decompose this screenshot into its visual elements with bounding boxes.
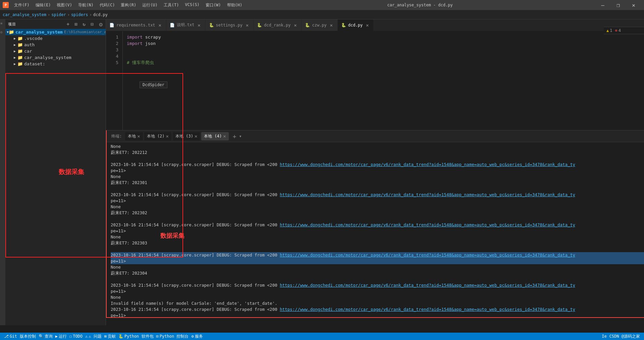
tab-dcd[interactable]: 🐍 dcd.py ✕ <box>338 19 374 31</box>
sidebar-settings-icon[interactable]: ⚙ <box>99 21 103 28</box>
statusbar-csdn-label: CSDN @源码之家 <box>609 334 640 339</box>
statusbar-service[interactable]: ⚙ 服务 <box>190 334 204 339</box>
code-line-5: # 懂车帝爬虫 <box>127 59 640 66</box>
sidebar-refresh-icon[interactable]: ↻ <box>81 21 88 27</box>
tab-close-settings[interactable]: ✕ <box>245 22 250 28</box>
run-icon: ▶ <box>55 334 58 339</box>
terminal-line-29: pe=11> <box>111 313 644 317</box>
sidebar: 项目 + ⊞ ↻ ⊟ ⚙ ▼ 📁 car_analyse_system E:\0… <box>5 19 106 325</box>
terminal-tab-local1-close[interactable]: ✕ <box>137 133 140 139</box>
minimize-button[interactable]: — <box>595 0 610 10</box>
statusbar-git[interactable]: ⎇ Git <box>3 334 18 339</box>
activity-icon-0[interactable]: ≡ <box>0 21 5 26</box>
terminal-tab-local2-close[interactable]: ✕ <box>166 133 169 139</box>
menu-tools[interactable]: 工具(T) <box>161 2 182 9</box>
terminal-tab-local3-close[interactable]: ✕ <box>195 133 197 139</box>
tab-close-dcd[interactable]: ✕ <box>365 22 370 28</box>
terminal-tab-local4[interactable]: 本地 (4) ✕ <box>201 132 228 140</box>
terminal-tab-local1[interactable]: 本地 ✕ <box>125 132 143 140</box>
tab-dcd-rank[interactable]: 🐍 dcd_rank.py ✕ <box>254 19 302 31</box>
terminal-link-6[interactable]: https://www.dongchedi.com/motor/car_page… <box>280 307 575 312</box>
menu-run[interactable]: 运行(U) <box>140 2 160 9</box>
menu-vcs[interactable]: VCS(S) <box>182 2 202 9</box>
error-count[interactable]: ⊗ 4 <box>615 28 621 33</box>
terminal-label: 终端: <box>109 132 124 140</box>
statusbar-version-control[interactable]: 版本控制 <box>18 334 37 339</box>
sidebar-item-car[interactable]: ▶ 📁 car <box>5 48 106 54</box>
sidebar-item-vscode[interactable]: ▶ 📁 .vscode <box>5 35 106 42</box>
function-tooltip-text: DcdSpider <box>143 82 164 87</box>
terminal-link-2[interactable]: https://www.dongchedi.com/motor/car_page… <box>280 192 575 197</box>
code-editor[interactable]: 1 2 3 4 5 import scrapy import json # 懂车… <box>106 31 644 137</box>
terminal-link-1[interactable]: https://www.dongchedi.com/motor/car_page… <box>280 162 575 167</box>
breadcrumb-item-2[interactable]: spiders <box>71 12 88 17</box>
breadcrumb-item-3[interactable]: dcd.py <box>93 12 108 17</box>
terminal-line-28: 2023-10-16 21:54:54 [scrapy.core.scraper… <box>111 306 644 313</box>
maximize-button[interactable]: ❐ <box>610 0 626 10</box>
close-button[interactable]: ✕ <box>626 0 641 10</box>
breadcrumb-item-1[interactable]: spider <box>51 12 66 17</box>
statusbar-todo[interactable]: ☐ TODO <box>68 334 84 339</box>
terminal-dropdown-icon[interactable]: ▾ <box>239 133 242 139</box>
terminal-tab-local3[interactable]: 本地 (3) ✕ <box>173 132 200 140</box>
terminal-line-8 <box>111 186 644 192</box>
menu-navigate[interactable]: 导航(N) <box>75 2 96 9</box>
tab-requirements[interactable]: 📄 requirements.txt ✕ <box>106 19 166 31</box>
error-number: 4 <box>619 28 621 33</box>
warning-icon: ▲ <box>606 28 609 33</box>
statusbar-vc-label: 版本控制 <box>20 334 36 339</box>
sidebar-header: 项目 + ⊞ ↻ ⊟ ⚙ <box>5 19 106 29</box>
code-content[interactable]: import scrapy import json # 懂车帝爬虫 <box>123 31 644 137</box>
tab-settings[interactable]: 🐍 settings.py ✕ <box>206 19 254 31</box>
terminal-add-button[interactable]: + <box>231 133 238 140</box>
activity-icon-1[interactable]: ◎ <box>0 30 5 35</box>
breadcrumb-item-0[interactable]: car_analyse_system <box>3 12 46 17</box>
sidebar-item-car-analyse[interactable]: ▶ 📁 car_analyse_system <box>5 54 106 61</box>
statusbar-python-console[interactable]: ⊡ Python 控制台 <box>155 334 190 339</box>
statusbar-ie[interactable]: Ie <box>600 334 608 339</box>
problems-icon: ⚠ <box>85 334 88 339</box>
tab-desc[interactable]: 📄 说明.txt ✕ <box>166 19 206 31</box>
statusbar-run[interactable]: ▶ 运行 <box>54 334 68 339</box>
terminal-tabs: 终端: 本地 ✕ 本地 (2) ✕ 本地 (3) ✕ 本地 (4) ✕ + <box>107 130 644 142</box>
menu-window[interactable]: 窗口(W) <box>203 2 224 9</box>
terminal-tab-local4-close[interactable]: ✕ <box>223 133 226 139</box>
menu-file[interactable]: 文件(F) <box>11 2 32 9</box>
menu-refactor[interactable]: 重构(R) <box>118 2 139 9</box>
terminal-line-3 <box>111 156 644 162</box>
tab-close-dcd-rank[interactable]: ✕ <box>292 22 298 28</box>
sidebar-item-car-analyse-label: car_analyse_system <box>24 55 71 60</box>
tab-close-requirements[interactable]: ✕ <box>157 22 163 28</box>
sidebar-collapse-icon[interactable]: ⊟ <box>89 21 96 27</box>
sidebar-item-auth[interactable]: ▶ 📁 auth <box>5 42 106 48</box>
terminal-link-5[interactable]: https://www.dongchedi.com/motor/car_page… <box>280 283 575 288</box>
terminal-link-4[interactable]: https://www.dongchedi.com/motor/car_page… <box>280 252 575 258</box>
menu-edit[interactable]: 编辑(E) <box>33 2 54 9</box>
sidebar-item-dataset[interactable]: ▶ 📁 dataset: <box>5 61 106 67</box>
status-bar: ⎇ Git 版本控制 🔍 查询 ▶ 运行 ☐ TODO ⚠ ⚠ 问题 ⊞ 贡献 … <box>0 333 644 340</box>
terminal-content[interactable]: 数据采集 None 蔚来ET7: 202212 2023-10-16 21:54… <box>107 142 644 317</box>
terminal-tab-local2[interactable]: 本地 (2) ✕ <box>144 132 171 140</box>
menu-code[interactable]: 代码(C) <box>97 2 118 9</box>
terminal-link-3[interactable]: https://www.dongchedi.com/motor/car_page… <box>280 222 575 227</box>
statusbar-problems[interactable]: ⚠ ⚠ 问题 <box>84 334 103 339</box>
titlebar: P 文件(F) 编辑(E) 视图(V) 导航(N) 代码(C) 重构(R) 运行… <box>0 0 644 10</box>
folder-icon-car: 📁 <box>17 49 23 54</box>
statusbar-commits[interactable]: ⊞ 贡献 <box>103 334 117 339</box>
tab-czw[interactable]: 🐍 czw.py ✕ <box>302 19 337 31</box>
terminal-tab-local2-label: 本地 (2) <box>147 133 165 139</box>
tab-close-desc[interactable]: ✕ <box>197 22 202 28</box>
terminal-line-17: 蔚来ET7: 202303 <box>111 240 644 246</box>
menu-help[interactable]: 帮助(H) <box>224 2 245 9</box>
sidebar-new-file-icon[interactable]: + <box>65 21 71 27</box>
todo-icon: ☐ <box>69 334 72 339</box>
tab-close-czw[interactable]: ✕ <box>329 22 334 28</box>
sidebar-item-root[interactable]: ▼ 📁 car_analyse_system E:\01zhuomian\car… <box>5 29 106 35</box>
statusbar-csdn[interactable]: CSDN @源码之家 <box>608 334 641 339</box>
warning-count[interactable]: ▲ 1 <box>606 28 612 33</box>
sidebar-new-folder-icon[interactable]: ⊞ <box>73 21 79 27</box>
expand-arrow-auth: ▶ <box>12 43 17 47</box>
statusbar-search[interactable]: 🔍 查询 <box>37 334 54 339</box>
statusbar-python-packages[interactable]: 🐍 Python 软件包 <box>117 334 155 339</box>
menu-view[interactable]: 视图(V) <box>54 2 75 9</box>
